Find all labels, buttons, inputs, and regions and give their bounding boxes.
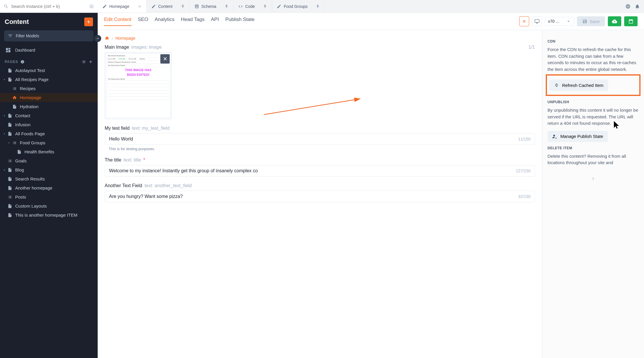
home-icon (12, 95, 17, 100)
close-icon[interactable] (138, 4, 142, 8)
sidebar-item-all-recipes-page[interactable]: All Recipes Page (0, 75, 98, 84)
preview-button[interactable] (532, 16, 542, 26)
tab-code[interactable]: Code (234, 0, 272, 13)
tab-food-groups[interactable]: Food Groups (272, 0, 325, 13)
field-title-input[interactable]: Welcome to my instance! Instantly get th… (105, 165, 535, 177)
tab-homepage[interactable]: Homepage (98, 0, 147, 13)
save-label: Save (590, 19, 600, 24)
sidebar-item-another-homepage[interactable]: Another homepage (0, 183, 98, 192)
home-icon[interactable] (105, 36, 109, 41)
add-button[interactable] (84, 17, 93, 26)
secondary-tabs: Edit ContentSEOAnalyticsHead TagsAPIPubl… (98, 13, 644, 30)
breadcrumb-separator: › (112, 36, 113, 41)
version-select[interactable]: v70 ... (545, 17, 574, 26)
chevron-icon[interactable] (7, 141, 11, 145)
cdn-title: CDN (548, 39, 639, 43)
publish-button[interactable] (608, 16, 621, 26)
calendar-icon (628, 19, 634, 24)
globe-icon[interactable] (625, 4, 631, 9)
scroll-indicator[interactable]: › (548, 175, 639, 182)
annotation-cursor (613, 120, 621, 129)
sectab-edit-content[interactable]: Edit Content (104, 17, 131, 26)
search-input[interactable] (11, 4, 87, 9)
sidebar-item-hydration[interactable]: Hydration (0, 102, 98, 111)
sectab-publish-state[interactable]: Publish State (225, 17, 255, 26)
sectab-api[interactable]: API (211, 17, 219, 26)
sidebar-item-all-foods-page[interactable]: All Foods Page (0, 129, 98, 138)
chevron-icon[interactable] (3, 78, 6, 81)
field-test-input[interactable]: Hello World 11/150 (105, 133, 535, 145)
field-another-value: Are you hungry? Want some pizza? (109, 194, 183, 199)
sidebar-item-search-results[interactable]: Search Results (0, 174, 98, 183)
field-another-input[interactable]: Are you hungry? Want some pizza? 32/150 (105, 191, 535, 202)
sidebar: Content Filter Models Dashboard PAGES Au… (0, 13, 98, 358)
doc-icon (8, 186, 12, 190)
refresh-cached-item-button[interactable]: Refresh Cached Item (549, 80, 608, 91)
sidebar-item-health-benefits[interactable]: Health Benefits (0, 147, 98, 156)
pin-icon[interactable] (181, 4, 185, 8)
sectab-head-tags[interactable]: Head Tags (181, 17, 205, 26)
list-icon (12, 86, 17, 91)
list-icon[interactable] (81, 59, 86, 64)
chevron-icon[interactable] (3, 168, 6, 172)
cloud-up-icon (612, 19, 617, 24)
schedule-button[interactable] (624, 16, 638, 26)
field-title-value: Welcome to my instance! Instantly get th… (109, 168, 258, 173)
manage-publish-state-button[interactable]: Manage Publish State (548, 131, 608, 142)
filter-icon (8, 33, 13, 38)
sidebar-item-contact[interactable]: Contact (0, 111, 98, 120)
field-main-image-count: 1/1 (529, 45, 535, 50)
sidebar-title: Content (5, 18, 81, 26)
sidebar-item-recipes[interactable]: Recipes (0, 84, 98, 93)
doc-icon (8, 213, 12, 217)
tab-content[interactable]: Content (147, 0, 190, 13)
sidebar-item-goals[interactable]: Goals (0, 156, 98, 165)
sidebar-item-homepage[interactable]: Homepage (0, 93, 98, 102)
chevron-icon[interactable] (3, 132, 6, 136)
remove-image-button[interactable]: ✕ (160, 54, 170, 64)
doc-icon (8, 204, 12, 208)
tune-icon[interactable] (89, 4, 94, 9)
doc-icon (8, 113, 12, 118)
field-another-label: Another Text Field (105, 183, 142, 188)
sectab-seo[interactable]: SEO (138, 17, 148, 26)
sidebar-item-infusion[interactable]: Infusion (0, 120, 98, 129)
sidebar-item-blog[interactable]: Blog (0, 165, 98, 174)
sidebar-item-food-groups[interactable]: Food Groups (0, 138, 98, 147)
pin-icon[interactable] (263, 4, 267, 8)
chevron-icon[interactable] (3, 114, 6, 117)
sectab-analytics[interactable]: Analytics (155, 17, 174, 26)
sidebar-header: Content (0, 13, 98, 29)
content-area: Edit ContentSEOAnalyticsHead TagsAPIPubl… (98, 13, 644, 358)
filter-models[interactable]: Filter Models (4, 30, 94, 41)
breadcrumb: › Homepage (105, 36, 535, 41)
bell-icon[interactable] (635, 4, 640, 9)
pin-icon[interactable] (316, 4, 320, 8)
main-image-thumbnail[interactable]: ✕ Bandwidth Breakdown 51.14 GB0.00 GB51.… (105, 52, 172, 119)
info-icon[interactable] (20, 60, 24, 64)
breadcrumb-current[interactable]: Homepage (115, 36, 136, 41)
dashboard-label: Dashboard (15, 48, 35, 52)
search-instance[interactable] (0, 0, 98, 13)
tab-schema[interactable]: Schema (190, 0, 234, 13)
sidebar-item-custom-layouts[interactable]: Custom Layouts (0, 201, 98, 210)
plus-icon (86, 19, 91, 24)
editor-main: › Homepage Main Image images: image 1/1 … (98, 30, 542, 358)
code-icon (238, 4, 243, 9)
refresh-label: Refresh Cached Item (562, 83, 603, 88)
manage-publish-label: Manage Publish State (560, 134, 603, 139)
dashboard-link[interactable]: Dashboard (0, 44, 98, 56)
field-title-label: The title (105, 157, 121, 163)
pencil-icon (102, 4, 107, 9)
field-title-meta: text: title (124, 157, 141, 163)
sidebar-item-autolayout-test[interactable]: Autolayout Test (0, 66, 98, 75)
save-button[interactable]: Save (577, 16, 605, 26)
sidebar-item-posts[interactable]: Posts (0, 192, 98, 201)
sidebar-item-this-is-another-homepage-item[interactable]: This is another homepage ITEM (0, 210, 98, 220)
pin-icon[interactable] (224, 4, 229, 8)
cdn-text: Force the CDN to refresh the cache for t… (548, 46, 639, 73)
save-icon (582, 19, 587, 24)
close-editor-button[interactable] (519, 16, 529, 26)
filter-label: Filter Models (16, 34, 39, 38)
add-page-icon[interactable] (88, 59, 93, 64)
